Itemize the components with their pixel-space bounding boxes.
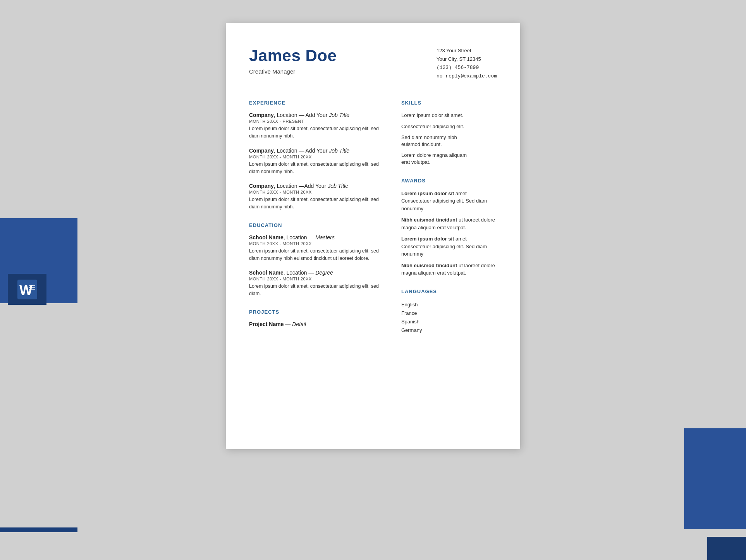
resume-header: James Doe Creative Manager 123 Your Stre… — [249, 46, 497, 81]
exp-entry-1: Company, Location — Add Your Job Title M… — [249, 112, 386, 140]
education-section: EDUCATION School Name, Location — Master… — [249, 222, 386, 297]
project-entry-1: Project Name — Detail — [249, 321, 386, 327]
education-title: EDUCATION — [249, 222, 386, 228]
edu-desc-1: Lorem ipsum dolor sit amet, consectetuer… — [249, 247, 386, 262]
exp-dates-3: MONTH 20XX - MONTH 20XX — [249, 190, 386, 194]
experience-section: EXPERIENCE Company, Location — Add Your … — [249, 100, 386, 211]
skill-4: Lorem dolore magna aliquamerat volutpat. — [401, 152, 497, 166]
resume-title: Creative Manager — [249, 68, 337, 75]
exp-dates-2: MONTH 20XX - MONTH 20XX — [249, 155, 386, 159]
awards-section: AWARDS Lorem ipsum dolor sit amet Consec… — [401, 178, 497, 277]
award-4: Nibh euismod tincidunt ut laoreet dolore… — [401, 262, 497, 277]
skills-section: SKILLS Lorem ipsum dolor sit amet. Conse… — [401, 100, 497, 166]
languages-title: LANGUAGES — [401, 289, 497, 294]
languages-section: LANGUAGES English France Spanish Germany — [401, 289, 497, 335]
awards-title: AWARDS — [401, 178, 497, 184]
lang-spanish: Spanish — [401, 318, 497, 326]
lang-france: France — [401, 309, 497, 318]
exp-desc-2: Lorem ipsum dolor sit amet, consectetuer… — [249, 161, 386, 175]
svg-text:W: W — [19, 282, 33, 298]
lang-english: English — [401, 301, 497, 309]
exp-company-1: Company, Location — Add Your Job Title — [249, 112, 386, 118]
resume-body: EXPERIENCE Company, Location — Add Your … — [249, 100, 497, 346]
left-blue-block: W — [0, 218, 77, 303]
left-column: EXPERIENCE Company, Location — Add Your … — [249, 100, 386, 346]
header-left: James Doe Creative Manager — [249, 46, 337, 75]
skill-2: Consectetuer adipiscing elit. — [401, 123, 497, 130]
address-line1: 123 Your Street — [437, 46, 497, 55]
lang-germany: Germany — [401, 326, 497, 335]
resume-name: James Doe — [249, 46, 337, 65]
edu-desc-2: Lorem ipsum dolor sit amet, consectetuer… — [249, 283, 386, 297]
edu-school-2: School Name, Location — Degree — [249, 270, 386, 276]
award-1: Lorem ipsum dolor sit amet Consectetuer … — [401, 190, 497, 213]
word-icon-container: W — [8, 274, 46, 305]
word-icon: W — [17, 279, 38, 300]
projects-title: PROJECTS — [249, 309, 386, 315]
award-2: Nibh euismod tincidunt ut laoreet dolore… — [401, 216, 497, 231]
exp-desc-1: Lorem ipsum dolor sit amet, consectetuer… — [249, 125, 386, 140]
exp-dates-1: MONTH 20XX - PRESENT — [249, 119, 386, 124]
exp-company-3: Company, Location —Add Your Job Title — [249, 183, 386, 189]
skill-3: Sed diam nonummy nibheuismod tincidunt. — [401, 134, 497, 148]
edu-dates-2: MONTH 20XX - MONTH 20XX — [249, 277, 386, 281]
right-blue-block — [684, 428, 746, 529]
exp-desc-3: Lorem ipsum dolor sit amet, consectetuer… — [249, 196, 386, 211]
svg-rect-0 — [17, 280, 37, 299]
svg-rect-2 — [29, 285, 35, 286]
edu-school-1: School Name, Location — Masters — [249, 234, 386, 240]
edu-entry-2: School Name, Location — Degree MONTH 20X… — [249, 270, 386, 297]
projects-section: PROJECTS Project Name — Detail — [249, 309, 386, 327]
left-blue-bottom — [0, 527, 77, 532]
skills-title: SKILLS — [401, 100, 497, 106]
experience-title: EXPERIENCE — [249, 100, 386, 106]
svg-rect-4 — [29, 289, 35, 290]
header-contact: 123 Your Street Your City, ST 12345 (123… — [437, 46, 497, 81]
svg-rect-3 — [29, 287, 35, 288]
exp-entry-3: Company, Location —Add Your Job Title MO… — [249, 183, 386, 211]
award-3: Lorem ipsum dolor sit amet Consectetuer … — [401, 235, 497, 258]
phone: (123) 456-7890 — [437, 64, 497, 72]
edu-dates-1: MONTH 20XX - MONTH 20XX — [249, 241, 386, 246]
edu-entry-1: School Name, Location — Masters MONTH 20… — [249, 234, 386, 262]
right-column: SKILLS Lorem ipsum dolor sit amet. Conse… — [401, 100, 497, 346]
skill-1: Lorem ipsum dolor sit amet. — [401, 112, 497, 119]
right-blue-block2 — [707, 537, 746, 560]
exp-entry-2: Company, Location — Add Your Job Title M… — [249, 148, 386, 175]
address-line2: Your City, ST 12345 — [437, 55, 497, 64]
email: no_reply@example.com — [437, 72, 497, 81]
project-name-1: Project Name — Detail — [249, 321, 386, 327]
resume-paper: James Doe Creative Manager 123 Your Stre… — [226, 23, 520, 449]
left-decorative-panel: W — [0, 0, 77, 560]
exp-company-2: Company, Location — Add Your Job Title — [249, 148, 386, 154]
